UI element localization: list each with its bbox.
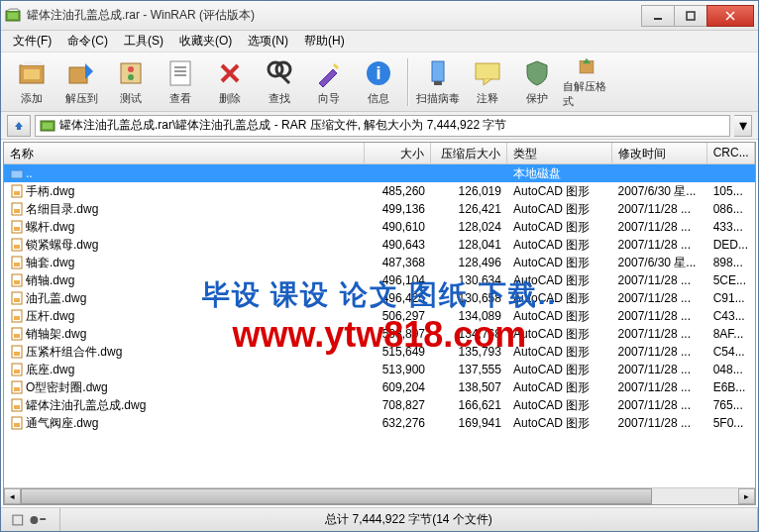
file-row[interactable]: 罐体注油孔盖总成.dwg708,827166,621AutoCAD 图形2007… bbox=[4, 396, 755, 414]
menu-commands[interactable]: 命令(C) bbox=[59, 31, 116, 52]
file-date: 2007/11/28 ... bbox=[612, 272, 707, 288]
file-name: 油孔盖.dwg bbox=[26, 291, 86, 305]
file-crc: 433... bbox=[707, 219, 755, 235]
file-packed: 135,793 bbox=[431, 344, 507, 360]
file-size: 490,643 bbox=[365, 237, 431, 253]
svg-rect-23 bbox=[476, 63, 499, 79]
file-name: 压杆.dwg bbox=[26, 309, 74, 323]
file-row[interactable]: 销轴.dwg496,104130,634AutoCAD 图形2007/11/28… bbox=[4, 271, 755, 289]
col-header-date[interactable]: 修改时间 bbox=[612, 143, 707, 163]
status-left bbox=[1, 508, 60, 531]
menu-options[interactable]: 选项(N) bbox=[240, 31, 296, 52]
file-crc: C43... bbox=[707, 308, 755, 324]
file-row[interactable]: 底座.dwg513,900137,555AutoCAD 图形2007/11/28… bbox=[4, 361, 755, 378]
tool-protect[interactable]: 保护 bbox=[512, 54, 562, 110]
file-crc: 5F0... bbox=[707, 415, 755, 431]
file-packed: 134,768 bbox=[431, 326, 507, 342]
svg-text:i: i bbox=[376, 63, 380, 83]
menu-help[interactable]: 帮助(H) bbox=[296, 31, 353, 52]
file-row[interactable]: 螺杆.dwg490,610128,024AutoCAD 图形2007/11/28… bbox=[4, 218, 755, 236]
file-row[interactable]: 销轴架.dwg508,897134,768AutoCAD 图形2007/11/2… bbox=[4, 325, 755, 343]
scroll-track[interactable] bbox=[21, 488, 738, 504]
svg-rect-12 bbox=[170, 61, 190, 85]
file-name: 螺杆.dwg bbox=[26, 220, 74, 234]
tool-find[interactable]: 查找 bbox=[255, 54, 304, 110]
file-row[interactable]: 压杆.dwg506,297134,089AutoCAD 图形2007/11/28… bbox=[4, 307, 755, 325]
horizontal-scrollbar: ◂ ▸ bbox=[4, 487, 755, 504]
file-packed: 137,555 bbox=[431, 362, 507, 377]
tool-virus-scan[interactable]: 扫描病毒 bbox=[413, 54, 463, 110]
menu-favorites[interactable]: 收藏夹(O) bbox=[171, 31, 240, 52]
file-date: 2007/11/28 ... bbox=[612, 237, 707, 253]
svg-rect-51 bbox=[14, 387, 20, 391]
file-row[interactable]: 压紧杆组合件.dwg515,649135,793AutoCAD 图形2007/1… bbox=[4, 343, 755, 361]
main-window: 罐体注油孔盖总成.rar - WinRAR (评估版本) 文件(F) 命令(C)… bbox=[0, 0, 759, 532]
col-header-name[interactable]: 名称 bbox=[4, 143, 365, 163]
file-crc: 048... bbox=[707, 362, 755, 377]
tool-view[interactable]: 查看 bbox=[156, 54, 205, 110]
tool-info[interactable]: i信息 bbox=[354, 54, 403, 110]
file-size: 499,136 bbox=[365, 201, 431, 217]
col-header-crc[interactable]: CRC... bbox=[707, 143, 755, 163]
file-row[interactable]: 通气阀座.dwg632,276169,941AutoCAD 图形2007/11/… bbox=[4, 414, 755, 432]
window-title: 罐体注油孔盖总成.rar - WinRAR (评估版本) bbox=[27, 7, 642, 24]
file-packed: 130,658 bbox=[431, 290, 507, 306]
file-size: 496,104 bbox=[365, 272, 431, 288]
find-icon bbox=[264, 57, 295, 89]
tool-wizard[interactable]: 向导 bbox=[304, 54, 354, 110]
tool-delete[interactable]: 删除 bbox=[205, 54, 255, 110]
svg-rect-29 bbox=[14, 191, 20, 195]
file-row[interactable]: 油孔盖.dwg496,425130,658AutoCAD 图形2007/11/2… bbox=[4, 289, 755, 307]
address-dropdown[interactable]: ▾ bbox=[734, 115, 752, 137]
file-type: AutoCAD 图形 bbox=[507, 236, 612, 255]
file-date: 2007/11/28 ... bbox=[612, 362, 707, 377]
tool-comment[interactable]: 注释 bbox=[463, 54, 512, 110]
col-header-type[interactable]: 类型 bbox=[507, 143, 612, 163]
file-name: 销轴架.dwg bbox=[26, 327, 86, 341]
virus-icon bbox=[422, 57, 454, 89]
file-name: 手柄.dwg bbox=[26, 184, 74, 198]
file-date: 2007/11/28 ... bbox=[612, 344, 707, 360]
list-body[interactable]: .. 本地磁盘 手柄.dwg485,260126,019AutoCAD 图形20… bbox=[4, 164, 755, 487]
file-name: 销轴.dwg bbox=[26, 273, 74, 287]
file-row[interactable]: 轴套.dwg487,368128,496AutoCAD 图形2007/6/30 … bbox=[4, 254, 755, 271]
file-row[interactable]: 手柄.dwg485,260126,019AutoCAD 图形2007/6/30 … bbox=[4, 182, 755, 200]
sfx-icon bbox=[571, 55, 602, 77]
close-button[interactable] bbox=[706, 5, 754, 27]
file-crc: DED... bbox=[707, 237, 755, 253]
tool-extract[interactable]: 解压到 bbox=[56, 54, 106, 110]
parent-row[interactable]: .. 本地磁盘 bbox=[4, 164, 755, 182]
file-row[interactable]: 名细目录.dwg499,136126,421AutoCAD 图形2007/11/… bbox=[4, 200, 755, 218]
file-packed: 128,496 bbox=[431, 255, 507, 270]
file-size: 632,276 bbox=[365, 415, 431, 431]
file-size: 487,368 bbox=[365, 255, 431, 270]
minimize-button[interactable] bbox=[641, 5, 675, 27]
tool-add[interactable]: 添加 bbox=[7, 54, 56, 110]
file-type: AutoCAD 图形 bbox=[507, 200, 612, 219]
tool-sfx[interactable]: 自解压格式 bbox=[562, 54, 611, 110]
file-type: AutoCAD 图形 bbox=[507, 361, 612, 379]
file-packed: 169,941 bbox=[431, 415, 507, 431]
file-date: 2007/11/28 ... bbox=[612, 201, 707, 217]
scroll-thumb[interactable] bbox=[21, 488, 652, 504]
svg-rect-56 bbox=[13, 515, 23, 525]
scroll-left-button[interactable]: ◂ bbox=[4, 488, 21, 504]
tool-test[interactable]: 测试 bbox=[106, 54, 156, 110]
file-row[interactable]: 锁紧螺母.dwg490,643128,041AutoCAD 图形2007/11/… bbox=[4, 236, 755, 254]
nav-up-button[interactable] bbox=[7, 115, 31, 137]
file-crc: 8AF... bbox=[707, 326, 755, 342]
scroll-right-button[interactable]: ▸ bbox=[738, 488, 755, 504]
svg-rect-3 bbox=[687, 12, 695, 20]
col-header-size[interactable]: 大小 bbox=[365, 143, 431, 163]
comment-icon bbox=[472, 57, 503, 89]
file-row[interactable]: O型密封圈.dwg609,204138,507AutoCAD 图形2007/11… bbox=[4, 378, 755, 396]
status-total: 总计 7,444,922 字节(14 个文件) bbox=[60, 508, 758, 531]
menu-file[interactable]: 文件(F) bbox=[5, 31, 59, 52]
col-header-packed[interactable]: 压缩后大小 bbox=[431, 143, 507, 163]
address-path[interactable]: 罐体注油孔盖总成.rar\罐体注油孔盖总成 - RAR 压缩文件, 解包大小为 … bbox=[35, 115, 730, 137]
maximize-button[interactable] bbox=[674, 5, 707, 27]
file-date: 2007/11/28 ... bbox=[612, 415, 707, 431]
file-packed: 138,507 bbox=[431, 379, 507, 395]
title-bar: 罐体注油孔盖总成.rar - WinRAR (评估版本) bbox=[1, 1, 758, 31]
menu-tools[interactable]: 工具(S) bbox=[116, 31, 171, 52]
